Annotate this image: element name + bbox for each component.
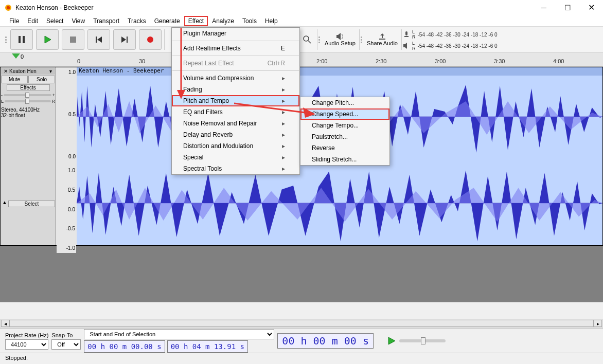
audio-position-display[interactable]: 00 h 00 m 00 s	[277, 333, 374, 349]
selection-toolbar: Project Rate (Hz) 44100 Snap-To Off Star…	[0, 328, 603, 353]
svg-line-12	[308, 41, 311, 43]
menu-add-realtime-effects[interactable]: Add Realtime EffectsE	[172, 43, 299, 54]
menu-special[interactable]: Special▸	[172, 152, 299, 163]
zoom-button[interactable]	[300, 31, 314, 48]
menu-tools[interactable]: Tools	[238, 16, 261, 26]
menu-tracks[interactable]: Tracks	[123, 16, 150, 26]
menu-generate[interactable]: Generate	[150, 16, 184, 26]
share-audio-button[interactable]: Share Audio	[364, 28, 400, 51]
pause-button[interactable]	[10, 29, 33, 50]
timeline-ruler[interactable]: 0 0 30 2:00 2:30 3:00 3:30 4:00	[0, 52, 603, 67]
track-format-info: Stereo, 44100Hz32-bit float	[1, 107, 55, 118]
selection-format-select[interactable]: Start and End of Selection	[84, 329, 274, 339]
amplitude-axis-right-ch: 1.00.50.0-0.5-1.0	[57, 166, 76, 253]
menu-paulstretch[interactable]: Paulstretch...	[300, 131, 389, 142]
menu-transport[interactable]: Transport	[89, 16, 123, 26]
bottom-panel: ◂ ▸ Project Rate (Hz) 44100 Snap-To Off …	[0, 319, 603, 364]
svg-marker-21	[177, 90, 185, 99]
menu-reverse[interactable]: Reverse	[300, 142, 389, 154]
menu-repeat-last-effect: Repeat Last EffectCtrl+R	[172, 58, 299, 69]
svg-marker-4	[45, 36, 51, 43]
track-effects-button[interactable]: Effects	[7, 84, 50, 91]
menu-delay-reverb[interactable]: Delay and Reverb▸	[172, 129, 299, 140]
window-title: Keaton Henson - Beekeeper	[15, 4, 93, 11]
skip-end-button[interactable]	[113, 29, 136, 50]
toolbar: Audio Setup Share Audio LR -54 -48 -42 -…	[0, 27, 603, 52]
menu-help[interactable]: Help	[261, 16, 282, 26]
project-rate-select[interactable]: 44100	[5, 339, 48, 350]
svg-rect-13	[379, 39, 385, 40]
svg-rect-6	[96, 37, 97, 43]
selection-start-input[interactable]: 00 h 00 m 00.00 s	[84, 340, 165, 353]
track-control-panel: ✕ Keaton Hen ▾ Mute Solo Effects -+ LR S…	[1, 67, 56, 245]
svg-rect-15	[404, 36, 409, 37]
minimize-button[interactable]: ─	[532, 0, 556, 15]
close-button[interactable]: ✕	[579, 0, 603, 15]
track-select-button[interactable]: Select	[8, 201, 55, 207]
menu-noise-removal[interactable]: Noise Removal and Repair▸	[172, 118, 299, 129]
record-meter[interactable]: LR -54 -48 -42 -36 -30 -24 -18 -12 -6 0	[403, 29, 498, 40]
svg-marker-23	[303, 107, 315, 118]
clip-title[interactable]: Keaton Henson - Beekeeper	[77, 67, 602, 76]
pan-slider[interactable]	[5, 100, 50, 102]
svg-rect-5	[70, 37, 76, 43]
svg-rect-9	[127, 37, 128, 43]
menu-spectral-tools[interactable]: Spectral Tools▸	[172, 163, 299, 174]
menu-change-tempo[interactable]: Change Tempo...	[300, 120, 389, 131]
snap-to-label: Snap-To	[51, 332, 81, 338]
track-name-short[interactable]: Keaton Hen	[9, 68, 47, 74]
svg-point-10	[147, 37, 153, 43]
svg-point-1	[7, 6, 10, 9]
horizontal-scrollbar[interactable]: ◂ ▸	[0, 319, 603, 328]
svg-rect-14	[405, 31, 407, 35]
snap-to-select[interactable]: Off	[51, 339, 81, 350]
status-text: Stopped.	[5, 355, 28, 361]
skip-start-button[interactable]	[87, 29, 110, 50]
menu-plugin-manager[interactable]: Plugin Manager	[172, 28, 299, 39]
menu-edit[interactable]: Edit	[23, 16, 42, 26]
menu-distortion-modulation[interactable]: Distortion and Modulation▸	[172, 140, 299, 152]
app-icon	[4, 4, 12, 12]
svg-point-11	[304, 36, 309, 41]
svg-marker-7	[97, 37, 102, 43]
title-bar: Keaton Henson - Beekeeper ─ ☐ ✕	[0, 0, 603, 15]
svg-marker-24	[388, 337, 395, 344]
scroll-left-button[interactable]: ◂	[1, 320, 9, 327]
gain-slider[interactable]	[4, 94, 51, 96]
playback-speed-slider[interactable]	[399, 339, 446, 342]
audio-setup-button[interactable]: Audio Setup	[322, 28, 358, 51]
play-at-speed-button[interactable]	[387, 336, 396, 345]
menu-bar: File Edit Select View Transport Tracks G…	[0, 15, 603, 27]
project-rate-label: Project Rate (Hz)	[5, 332, 48, 338]
selection-end-input[interactable]: 00 h 04 m 13.91 s	[167, 340, 248, 353]
empty-track-space[interactable]	[0, 246, 603, 302]
ruler-position: 0	[21, 53, 24, 60]
track-close-button[interactable]: ✕	[2, 68, 9, 74]
menu-file[interactable]: File	[5, 16, 23, 26]
track-menu-dropdown[interactable]: ▾	[47, 68, 54, 74]
record-button[interactable]	[139, 29, 162, 50]
svg-line-22	[234, 103, 305, 113]
play-button[interactable]	[36, 29, 59, 50]
menu-analyze[interactable]: Analyze	[208, 16, 238, 26]
mute-button[interactable]: Mute	[1, 76, 28, 83]
menu-sliding-stretch[interactable]: Sliding Stretch...	[300, 154, 389, 165]
window-controls: ─ ☐ ✕	[532, 0, 603, 15]
menu-effect[interactable]: Effect	[184, 16, 208, 26]
menu-volume-compression[interactable]: Volume and Compression▸	[172, 72, 299, 84]
annotation-arrow-2-icon	[234, 100, 316, 119]
playback-meter[interactable]: LR -54 -48 -42 -36 -30 -24 -18 -12 -6 0	[403, 41, 498, 51]
svg-rect-2	[19, 36, 21, 43]
solo-button[interactable]: Solo	[28, 76, 55, 83]
scroll-right-button[interactable]: ▸	[594, 320, 602, 327]
maximize-button[interactable]: ☐	[556, 0, 579, 15]
annotation-arrow-1-icon	[175, 28, 187, 100]
svg-marker-8	[121, 37, 126, 43]
svg-rect-3	[23, 36, 25, 43]
menu-select[interactable]: Select	[42, 16, 67, 26]
playhead-marker-icon[interactable]	[12, 53, 20, 59]
stop-button[interactable]	[62, 29, 84, 50]
menu-fading[interactable]: Fading▸	[172, 84, 299, 95]
status-bar: Stopped.	[0, 353, 603, 364]
menu-view[interactable]: View	[67, 16, 89, 26]
